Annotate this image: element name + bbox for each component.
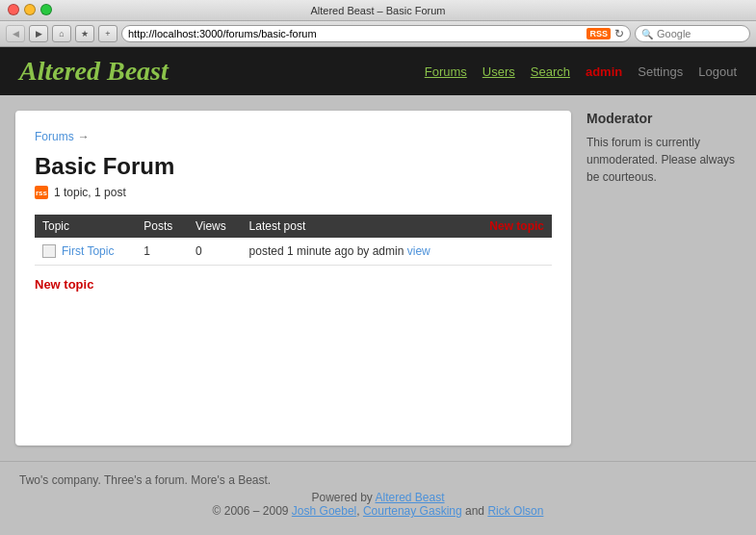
rss-badge[interactable]: RSS [587,28,611,39]
breadcrumb: Forums → [35,130,552,143]
table-row: First Topic 1 0 posted 1 minute ago by a… [35,238,552,266]
footer-powered-link[interactable]: Altered Beast [376,491,445,504]
table-header-row: Topic Posts Views Latest post New topic [35,215,552,238]
col-new-topic: New topic [470,215,552,238]
content-panel: Forums → Basic Forum rss 1 topic, 1 post… [15,111,571,446]
footer-and: and [465,504,484,518]
close-button[interactable] [8,4,19,15]
home-icon: ⌂ [59,29,64,38]
nav-forums[interactable]: Forums [425,64,467,79]
new-topic-link[interactable]: New topic [35,277,93,292]
nav-users[interactable]: Users [482,64,515,79]
col-posts: Posts [136,215,188,238]
breadcrumb-forums-link[interactable]: Forums [35,130,74,143]
col-topic: Topic [35,215,136,238]
col-views: Views [188,215,242,238]
search-container: 🔍 [635,25,750,42]
footer-credits: Powered by Altered Beast © 2006 – 2009 J… [19,491,737,518]
back-icon: ◀ [13,29,19,38]
empty-cell [470,238,552,266]
views-cell: 0 [188,238,242,266]
footer-tagline: Two's company. Three's a forum. More's a… [19,473,737,487]
home-button[interactable]: ⌂ [52,25,71,42]
add-icon: + [105,29,110,38]
footer-josh-link[interactable]: Josh Goebel [292,504,356,518]
latest-post-text: posted 1 minute ago by admin [249,244,404,258]
main-wrapper: Forums → Basic Forum rss 1 topic, 1 post… [0,95,756,461]
footer-courtenay-link[interactable]: Courtenay Gasking [363,504,462,518]
app-title[interactable]: Altered Beast [19,56,425,87]
footer-rick-link[interactable]: Rick Olson [487,504,543,518]
rss-icon[interactable]: rss [35,186,48,199]
footer-powered-by: Powered by [311,491,372,504]
bookmark-icon: ★ [81,29,89,38]
address-bar-container: RSS ↻ [121,25,631,42]
forum-meta-text: 1 topic, 1 post [54,186,126,199]
address-bar-input[interactable] [128,28,583,39]
window-controls [8,4,52,15]
topic-title-link[interactable]: First Topic [62,244,114,258]
browser-toolbar: ◀ ▶ ⌂ ★ + RSS ↻ 🔍 [0,21,756,47]
topic-cell: First Topic [35,238,136,266]
nav-admin[interactable]: admin [586,64,622,79]
col-latest: Latest post [242,215,471,238]
maximize-button[interactable] [40,4,52,15]
breadcrumb-separator: → [78,130,90,143]
nav-search[interactable]: Search [531,64,570,79]
window-title: Altered Beast – Basic Forum [310,5,445,16]
nav-settings[interactable]: Settings [638,64,683,79]
app-nav: Forums Users Search admin Settings Logou… [425,64,737,79]
search-icon: 🔍 [641,29,653,39]
refresh-button[interactable]: ↻ [614,27,624,40]
search-input[interactable] [657,28,734,39]
footer-copyright: © 2006 – 2009 [213,504,289,518]
forum-meta: rss 1 topic, 1 post [35,186,552,199]
sidebar-text: This forum is currently unmoderated. Ple… [587,134,741,186]
topic-icon [42,244,56,258]
new-topic-header-link[interactable]: New topic [489,219,544,233]
nav-logout[interactable]: Logout [698,64,737,79]
latest-post-view-link[interactable]: view [407,244,430,258]
topic-cell-inner: First Topic [42,244,128,258]
forward-icon: ▶ [36,29,42,38]
bookmark-button[interactable]: ★ [75,25,94,42]
forward-button[interactable]: ▶ [29,25,48,42]
sidebar-title: Moderator [587,111,741,126]
footer: Two's company. Three's a forum. More's a… [0,461,756,529]
topics-table: Topic Posts Views Latest post New topic … [35,215,552,266]
add-button[interactable]: + [98,25,117,42]
sidebar-panel: Moderator This forum is currently unmode… [587,111,741,446]
latest-post-cell: posted 1 minute ago by admin view [242,238,471,266]
minimize-button[interactable] [24,4,36,15]
forum-title: Basic Forum [35,153,552,180]
app-header: Altered Beast Forums Users Search admin … [0,47,756,95]
back-button[interactable]: ◀ [6,25,25,42]
titlebar: Altered Beast – Basic Forum [0,0,756,21]
posts-cell: 1 [136,238,188,266]
